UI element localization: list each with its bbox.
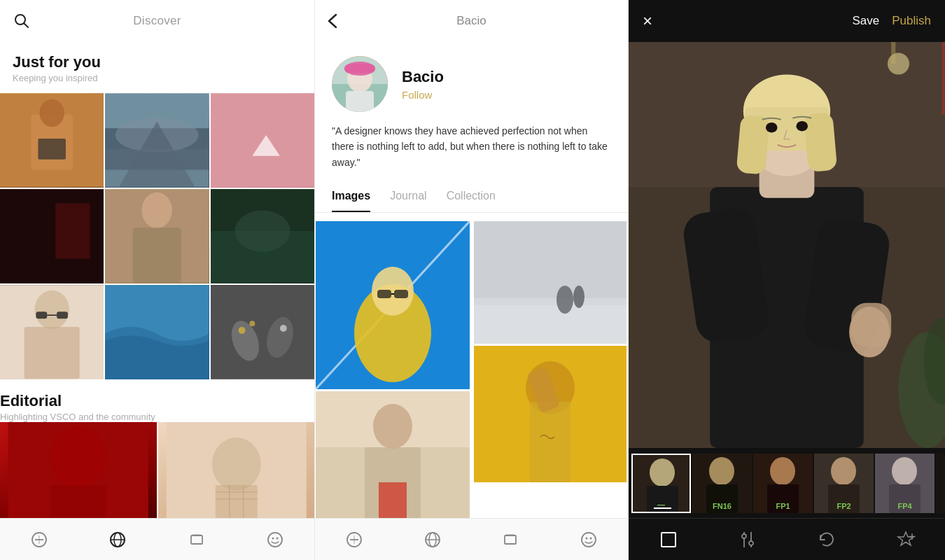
svg-rect-79: [474, 221, 626, 305]
svg-point-98: [590, 537, 592, 539]
svg-rect-71: [394, 290, 408, 298]
svg-point-82: [573, 286, 584, 308]
editor-filmstrip[interactable]: — FN16 FP1: [629, 448, 945, 518]
crop-tool[interactable]: [653, 524, 684, 555]
grid-photo-4[interactable]: [0, 189, 104, 284]
grid-photo-7[interactable]: [0, 285, 104, 379]
editorial-image-2[interactable]: [158, 422, 315, 518]
discover-bottom-nav: [0, 518, 314, 560]
discover-scroll[interactable]: Just for you Keeping you inspired: [0, 42, 314, 518]
svg-point-81: [556, 286, 573, 314]
svg-point-128: [770, 457, 795, 485]
grid-photo-6[interactable]: [211, 189, 314, 284]
svg-point-58: [276, 537, 278, 539]
svg-rect-119: [942, 42, 945, 115]
profile-tabs: Images Journal Collection: [315, 183, 628, 213]
profile-image-2[interactable]: [472, 221, 628, 344]
grid-photo-3[interactable]: [211, 93, 314, 188]
svg-rect-63: [344, 64, 375, 73]
svg-rect-70: [377, 290, 391, 298]
grid-photo-8[interactable]: [105, 285, 209, 379]
svg-point-140: [742, 534, 746, 538]
profile-panel: Bacio: [315, 0, 629, 560]
filter-label-fp8: FP8: [936, 502, 945, 510]
svg-point-57: [272, 537, 274, 539]
filmstrip-thumb-fp4[interactable]: FP4: [875, 454, 934, 513]
svg-rect-109: [736, 115, 770, 175]
filmstrip-thumb-base[interactable]: —: [631, 454, 691, 513]
svg-rect-64: [346, 91, 374, 112]
profile-image-1[interactable]: [315, 221, 470, 389]
nav2-stack-icon[interactable]: [501, 531, 519, 549]
filmstrip-thumb-fp1[interactable]: FP1: [753, 454, 813, 513]
profile-image-3[interactable]: [472, 346, 628, 482]
nav-stack-icon[interactable]: [181, 524, 212, 555]
svg-rect-25: [24, 327, 80, 379]
editor-topbar: × Save Publish: [629, 0, 945, 42]
profile-bottom-nav: [315, 518, 628, 560]
follow-button[interactable]: Follow: [402, 89, 444, 101]
svg-point-97: [586, 537, 588, 539]
history-tool[interactable]: [811, 524, 842, 555]
svg-point-22: [234, 210, 290, 251]
svg-rect-110: [804, 112, 837, 172]
grid-photo-9[interactable]: [211, 285, 314, 379]
nav2-globe-icon[interactable]: [424, 531, 442, 549]
grid-photo-1[interactable]: [0, 93, 104, 188]
svg-rect-40: [50, 485, 106, 518]
svg-point-96: [582, 533, 596, 547]
search-icon[interactable]: [14, 13, 29, 29]
nav-face-icon[interactable]: [260, 524, 290, 555]
svg-point-4: [39, 99, 64, 127]
tab-collection[interactable]: Collection: [447, 183, 496, 212]
filter-label-fp4: FP4: [875, 502, 934, 510]
svg-rect-94: [505, 536, 516, 544]
editorial-subheading: Highlighting VSCO and the community: [0, 412, 314, 422]
editorial-image-1[interactable]: [0, 422, 157, 518]
back-button[interactable]: [328, 13, 337, 29]
tab-journal[interactable]: Journal: [390, 183, 426, 212]
filter-label-base: —: [633, 500, 690, 509]
discover-title: Discover: [133, 14, 181, 28]
svg-point-42: [211, 438, 260, 491]
presets-tool[interactable]: [890, 524, 921, 555]
nav-globe-icon[interactable]: [102, 524, 133, 555]
svg-rect-43: [215, 485, 257, 518]
svg-rect-54: [191, 536, 202, 544]
profile-title: Bacio: [456, 14, 486, 28]
svg-rect-5: [38, 139, 66, 160]
svg-marker-146: [898, 532, 913, 545]
editorial-preview[interactable]: [0, 422, 314, 518]
grid-photo-5[interactable]: [105, 189, 209, 284]
filter-label-fp1: FP1: [753, 502, 813, 510]
nav2-filter-icon[interactable]: [345, 531, 363, 549]
editor-main-photo: [629, 42, 945, 448]
svg-point-75: [373, 404, 412, 449]
svg-point-24: [34, 290, 69, 329]
nav2-face-icon[interactable]: [580, 531, 598, 549]
discover-topbar: Discover: [0, 0, 314, 42]
filmstrip-thumb-fp8[interactable]: FP8: [936, 454, 945, 513]
svg-point-143: [749, 541, 753, 545]
editor-close-button[interactable]: ×: [643, 13, 652, 29]
svg-rect-19: [133, 227, 181, 283]
svg-rect-95: [506, 534, 514, 536]
discover-panel: Discover Just for you Keeping you inspir…: [0, 0, 315, 560]
svg-point-117: [888, 53, 909, 75]
profile-image-4[interactable]: [315, 391, 470, 518]
svg-rect-114: [851, 303, 891, 346]
grid-photo-2[interactable]: [105, 93, 209, 188]
profile-info: Bacio Follow: [402, 68, 444, 101]
svg-rect-139: [662, 533, 676, 547]
filmstrip-thumb-fn16[interactable]: FN16: [692, 454, 752, 513]
svg-point-121: [650, 458, 675, 486]
profile-scroll[interactable]: Bacio Follow "A designer knows they have…: [315, 42, 628, 518]
editor-publish-button[interactable]: Publish: [892, 14, 931, 28]
editor-save-button[interactable]: Save: [852, 14, 879, 28]
adjust-tool[interactable]: [732, 524, 763, 555]
filmstrip-thumb-fp2[interactable]: FP2: [814, 454, 874, 513]
svg-point-112: [796, 121, 808, 132]
nav-filter-icon[interactable]: [24, 524, 55, 555]
filter-label-fn16: FN16: [692, 502, 752, 510]
tab-images[interactable]: Images: [332, 183, 370, 212]
